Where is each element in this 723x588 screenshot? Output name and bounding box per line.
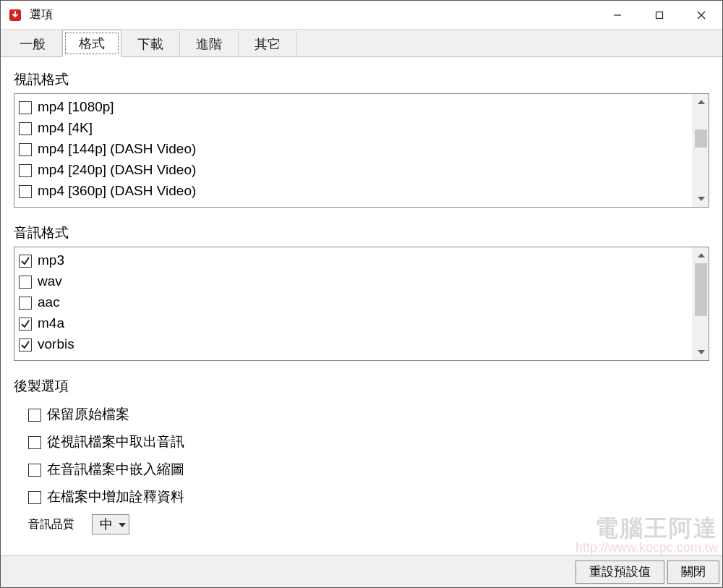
reset-defaults-label: 重設預設值 <box>589 563 651 580</box>
post-option-item-row[interactable]: 在音訊檔案中嵌入縮圖 <box>28 456 709 484</box>
post-process-label: 後製選項 <box>14 377 709 396</box>
post-option-item-label: 保留原始檔案 <box>47 405 129 424</box>
video-format-item-label: mp4 [240p] (DASH Video) <box>38 162 196 178</box>
audio-format-item-row[interactable]: mp3 <box>19 250 688 271</box>
tab-2[interactable]: 下載 <box>121 31 180 57</box>
tab-3[interactable]: 進階 <box>180 31 239 57</box>
audio-quality-value: 中 <box>100 516 113 533</box>
audio-format-item-label: wav <box>38 273 62 289</box>
svg-rect-2 <box>656 12 663 18</box>
audio-quality-label: 音訊品質 <box>28 517 74 532</box>
post-option-item-row[interactable]: 在檔案中增加詮釋資料 <box>28 484 709 511</box>
titlebar: 選項 <box>1 1 722 30</box>
checkbox[interactable] <box>19 143 32 156</box>
checkbox[interactable] <box>19 318 32 331</box>
tabstrip: 一般格式下載進階其它 <box>1 30 722 57</box>
scroll-thumb[interactable] <box>695 129 707 148</box>
post-option-item-label: 在音訊檔案中嵌入縮圖 <box>47 460 184 479</box>
scroll-thumb[interactable] <box>695 263 707 316</box>
audio-quality-select[interactable]: 中 <box>92 514 129 534</box>
checkbox[interactable] <box>28 491 41 504</box>
svg-marker-9 <box>119 523 126 527</box>
checkbox[interactable] <box>19 255 32 268</box>
checkbox[interactable] <box>19 185 32 198</box>
scroll-up-icon[interactable] <box>693 94 709 110</box>
video-scrollbar[interactable] <box>693 94 709 207</box>
dialog-footer: 重設預設值 關閉 <box>1 555 722 587</box>
checkbox[interactable] <box>19 276 32 289</box>
post-option-item-row[interactable]: 保留原始檔案 <box>28 401 709 429</box>
reset-defaults-button[interactable]: 重設預設值 <box>576 561 664 584</box>
close-dialog-button[interactable]: 關閉 <box>667 561 719 584</box>
audio-format-item-row[interactable]: m4a <box>19 313 688 334</box>
video-format-item-row[interactable]: mp4 [1080p] <box>19 97 688 118</box>
scroll-up-icon[interactable] <box>693 247 709 263</box>
audio-format-item-label: aac <box>38 294 60 310</box>
audio-format-listbox[interactable]: mp3wavaacm4avorbis <box>14 247 709 361</box>
scroll-down-icon[interactable] <box>693 344 709 360</box>
window-title: 選項 <box>30 7 53 22</box>
video-format-item-row[interactable]: mp4 [240p] (DASH Video) <box>19 160 688 181</box>
video-format-item-row[interactable]: mp4 [144p] (DASH Video) <box>19 139 688 160</box>
tab-1[interactable]: 格式 <box>62 30 121 57</box>
audio-format-label: 音訊格式 <box>14 223 709 242</box>
svg-marker-8 <box>698 350 705 354</box>
options-window: 選項 一般格式下載進階其它 視訊格式 mp4 [1080p]mp4 [4K]mp… <box>0 0 723 588</box>
svg-marker-6 <box>698 197 705 201</box>
maximize-button[interactable] <box>638 1 680 30</box>
video-format-item-label: mp4 [1080p] <box>38 99 114 115</box>
audio-format-item-row[interactable]: aac <box>19 292 688 313</box>
post-option-item-row[interactable]: 從視訊檔案中取出音訊 <box>28 429 709 456</box>
chevron-down-icon <box>119 520 126 529</box>
checkbox[interactable] <box>19 164 32 177</box>
format-tab-content: 視訊格式 mp4 [1080p]mp4 [4K]mp4 [144p] (DASH… <box>1 57 722 555</box>
scroll-down-icon[interactable] <box>693 191 709 207</box>
audio-format-item-label: vorbis <box>38 336 74 352</box>
minimize-button[interactable] <box>596 1 638 30</box>
svg-marker-5 <box>698 100 705 104</box>
audio-format-item-label: mp3 <box>38 252 64 268</box>
audio-scrollbar[interactable] <box>693 247 709 360</box>
video-format-item-label: mp4 [4K] <box>38 120 93 136</box>
close-button[interactable] <box>680 1 722 30</box>
post-option-item-label: 在檔案中增加詮釋資料 <box>47 487 184 506</box>
app-download-icon <box>8 8 22 22</box>
post-process-options: 保留原始檔案從視訊檔案中取出音訊在音訊檔案中嵌入縮圖在檔案中增加詮釋資料 <box>28 401 709 511</box>
checkbox[interactable] <box>19 122 32 135</box>
audio-format-item-label: m4a <box>38 315 64 331</box>
checkbox[interactable] <box>28 436 41 449</box>
checkbox[interactable] <box>28 464 41 477</box>
video-format-item-label: mp4 [360p] (DASH Video) <box>38 183 196 199</box>
audio-format-item-row[interactable]: vorbis <box>19 334 688 355</box>
audio-format-item-row[interactable]: wav <box>19 271 688 292</box>
audio-quality-row: 音訊品質 中 <box>28 514 709 534</box>
close-dialog-label: 關閉 <box>681 563 706 580</box>
tab-0[interactable]: 一般 <box>4 31 62 57</box>
checkbox[interactable] <box>19 101 32 114</box>
video-format-item-label: mp4 [144p] (DASH Video) <box>38 141 196 157</box>
checkbox[interactable] <box>28 409 41 422</box>
tab-4[interactable]: 其它 <box>239 31 297 57</box>
video-format-listbox[interactable]: mp4 [1080p]mp4 [4K]mp4 [144p] (DASH Vide… <box>14 93 709 208</box>
video-format-item-row[interactable]: mp4 [4K] <box>19 118 688 139</box>
svg-marker-7 <box>698 253 705 257</box>
video-format-label: 視訊格式 <box>14 70 709 89</box>
video-format-item-row[interactable]: mp4 [360p] (DASH Video) <box>19 181 688 202</box>
checkbox[interactable] <box>19 297 32 310</box>
post-option-item-label: 從視訊檔案中取出音訊 <box>47 433 184 451</box>
checkbox[interactable] <box>19 338 32 351</box>
